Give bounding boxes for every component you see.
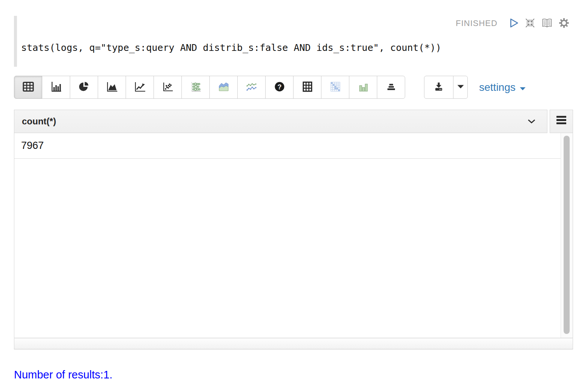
column-header-label: count(*) — [22, 116, 56, 127]
download-button[interactable] — [424, 76, 453, 99]
svg-text:?: ? — [277, 83, 281, 91]
bar-chart-icon — [50, 81, 63, 94]
table-row: 7967 — [14, 133, 561, 159]
collapse-button[interactable] — [524, 17, 536, 30]
line-chart-button[interactable] — [126, 76, 154, 99]
line-chart-icon — [134, 81, 146, 94]
run-icon — [509, 17, 519, 30]
bubble-chart-button[interactable] — [181, 76, 210, 99]
download-button-group — [424, 76, 468, 99]
horizontal-scrollbar[interactable] — [14, 338, 573, 349]
download-dropdown-button[interactable] — [453, 76, 468, 99]
caret-down-icon — [519, 81, 526, 93]
area-chart-button[interactable] — [98, 76, 126, 99]
vertical-scrollbar[interactable] — [561, 133, 573, 338]
stacked-area-chart-button[interactable] — [209, 76, 238, 99]
download-icon — [432, 81, 445, 94]
settings-link-label: settings — [479, 81, 516, 93]
heatmap-icon — [329, 81, 341, 94]
heatmap-button[interactable] — [321, 76, 349, 99]
area-chart-icon — [106, 81, 118, 94]
show-editor-button[interactable] — [541, 17, 553, 30]
grid-body: 7967 — [14, 133, 573, 338]
multi-line-chart-icon — [245, 81, 258, 93]
aggregation-icon — [385, 81, 397, 94]
scatter-plot-icon — [161, 81, 174, 94]
stacked-area-chart-icon — [218, 81, 230, 94]
histogram-button[interactable] — [349, 76, 377, 99]
bar-chart-button[interactable] — [42, 76, 70, 99]
book-icon — [541, 17, 553, 30]
help-button[interactable]: ? — [265, 76, 294, 99]
pivot-table-button[interactable] — [293, 76, 321, 99]
settings-link[interactable]: settings — [479, 76, 526, 99]
hamburger-menu-icon — [556, 116, 567, 127]
visualization-toolbar: ? — [14, 76, 587, 99]
column-header-count[interactable]: count(*) — [14, 110, 547, 133]
collapse-icon — [524, 17, 536, 30]
paragraph-controls: FINISHED — [456, 17, 572, 30]
results-count-note: Number of results:1. — [14, 369, 112, 381]
pie-chart-icon — [78, 81, 90, 94]
run-button[interactable] — [509, 17, 519, 30]
vertical-scrollbar-thumb[interactable] — [564, 136, 570, 334]
editor-gutter — [14, 16, 17, 67]
multi-line-chart-button[interactable] — [237, 76, 266, 99]
bubble-chart-icon — [189, 81, 202, 94]
grid-rows: 7967 — [14, 133, 561, 338]
gear-icon — [558, 17, 570, 30]
help-icon: ? — [274, 81, 286, 94]
paragraph-settings-button[interactable] — [558, 17, 570, 30]
chart-type-button-group: ? — [14, 76, 405, 99]
table-cell-count: 7967 — [21, 140, 44, 152]
result-grid: count(*) 7967 — [14, 110, 573, 349]
caret-down-icon — [457, 84, 464, 90]
table-icon — [22, 81, 35, 93]
grid-header-row: count(*) — [14, 110, 573, 133]
scatter-plot-button[interactable] — [154, 76, 182, 99]
column-menu-chevron-icon[interactable] — [527, 119, 536, 124]
code-editor[interactable]: stats(logs, q="type_s:query AND distrib_… — [21, 42, 441, 53]
histogram-icon — [357, 81, 369, 94]
status-badge: FINISHED — [456, 18, 498, 28]
pie-chart-button[interactable] — [70, 76, 98, 99]
pivot-table-icon — [302, 81, 313, 93]
grid-menu-button[interactable] — [550, 110, 573, 133]
aggregation-button[interactable] — [377, 76, 405, 99]
table-button[interactable] — [14, 76, 42, 99]
